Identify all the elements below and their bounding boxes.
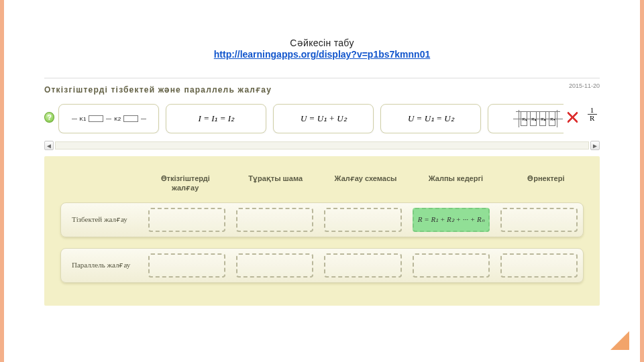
drop-cell[interactable] [148,253,225,278]
row-label-series: Тізбектей жалғау [72,215,148,224]
column-header-5: Өрнектері [508,174,584,193]
drop-cell-filled[interactable]: R = R₁ + R₂ + ··· + Rₙ [413,208,490,232]
date-stamp: 2015-11-20 [569,82,600,89]
drop-cell[interactable] [236,253,313,278]
drop-cell[interactable] [236,208,313,232]
fullscreen-icon[interactable] [568,112,578,123]
formula-text: U = U₁ + U₂ [301,113,347,124]
column-header-1: Өткізгіштерді жалғау [148,174,223,193]
drop-cell[interactable] [500,253,578,278]
parallel-r1: R₁ [521,111,527,126]
parallel-rn: Rₙ [549,111,555,126]
drop-cell[interactable] [148,208,225,232]
series-label-k2: K2 [114,116,121,122]
row-label-parallel: Параллель жалғау [72,261,148,269]
option-series-circuit[interactable]: K1 K2 [58,104,159,133]
column-header-2: Тұрақты шама [237,174,313,193]
scroll-left-icon[interactable]: ◄ [44,141,54,150]
formula-text: I = I₁ = I₂ [199,113,235,124]
column-header-3: Жалғау схемасы [328,174,403,193]
table-row: Параллель жалғау [60,248,584,283]
drop-cell[interactable] [324,253,401,278]
page-corner-icon [606,327,629,350]
series-label-k1: K1 [80,116,87,122]
fraction-partial-icon: 1 R [584,107,600,128]
option-voltage-equal[interactable]: U = U₁ = U₂ [380,104,481,133]
app-title: Откізгіштерді тізбектей және параллель ж… [44,82,600,99]
column-header-4: Жалпы кедергі [418,174,493,193]
table-row: Тізбектей жалғау R = R₁ + R₂ + ··· + Rₙ [60,202,584,237]
help-icon[interactable]: ? [44,112,54,123]
drop-cell[interactable] [413,253,490,278]
drop-cell[interactable] [324,208,401,232]
parallel-r2: R₂ [530,111,537,126]
filled-formula: R = R₁ + R₂ + ··· + Rₙ [418,215,484,224]
work-surface: Өткізгіштерді жалғау Тұрақты шама Жалғау… [44,156,600,306]
scroll-track[interactable] [55,141,589,149]
parallel-r3: R₃ [539,111,546,126]
scroll-right-icon[interactable]: ► [590,141,600,150]
option-parallel-circuit[interactable]: R₁ R₂ R₃ Rₙ [488,104,564,133]
option-current-equal[interactable]: I = I₁ = I₂ [166,104,266,133]
option-strip: K1 K2 I = I₁ = I₂ U = U₁ + U₂ U = U₁ = U… [58,104,564,133]
option-voltage-sum[interactable]: U = U₁ + U₂ [273,104,374,133]
horizontal-scrollbar[interactable]: ◄ ► [44,140,600,151]
drop-cell[interactable] [500,208,578,232]
formula-text: U = U₁ = U₂ [408,113,454,124]
